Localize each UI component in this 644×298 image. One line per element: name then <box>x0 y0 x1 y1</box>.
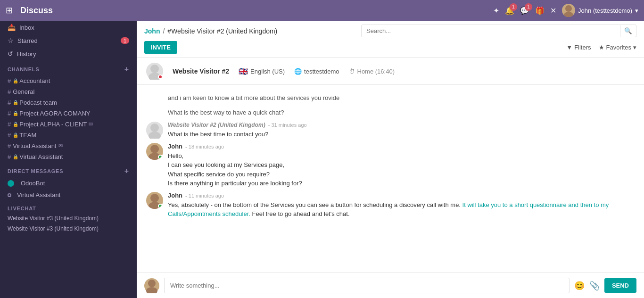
message-header-4: John - 18 minutes ago <box>168 143 635 150</box>
breadcrumb-separator: / <box>163 27 165 35</box>
action-filter-row: INVITE ▼ Filters ★ Favorites ▾ <box>137 41 644 58</box>
message-row-4: John - 18 minutes ago Hello, I can see y… <box>146 143 635 188</box>
message-author-4: John <box>168 143 182 150</box>
visitor-language-info: 🇬🇧 English (US) <box>239 67 285 76</box>
mail-icon: ✉ <box>89 121 93 127</box>
lock-icon: 🔒 <box>13 132 18 138</box>
close-icon[interactable]: ✕ <box>550 6 556 15</box>
favorites-label: Favorites <box>606 44 631 51</box>
visitor-name: Website Visitor #2 <box>173 67 229 75</box>
offline-dot <box>8 193 11 197</box>
channel-item-alpha[interactable]: # 🔒 Project ALPHA - CLIENT ✉ <box>0 119 137 130</box>
flag-icon: 🇬🇧 <box>239 67 248 76</box>
lock-icon: 🔒 <box>13 100 18 105</box>
invite-button[interactable]: INVITE <box>144 41 177 54</box>
livechat-item-label-1: Website Visitor #3 (United Kingdom) <box>8 215 99 222</box>
john-avatar-2 <box>146 192 163 209</box>
livechat-label: LIVECHAT <box>8 206 36 211</box>
star-icon[interactable]: ✦ <box>493 6 499 15</box>
content-area: John / #Website Visitor #2 (United Kingd… <box>137 21 644 298</box>
sidebar-item-inbox[interactable]: 📥 Inbox <box>0 21 137 34</box>
user-menu[interactable]: John (testtestdemo) ▾ <box>562 4 638 17</box>
visitor-home-time: ⏱ Home (16:40) <box>349 68 395 75</box>
sidebar-item-history[interactable]: ↺ History <box>0 47 137 60</box>
grid-icon[interactable]: ⊞ <box>6 5 13 16</box>
message-content-5: John - 11 minutes ago Yes, absolutely - … <box>168 192 635 219</box>
svg-point-4 <box>150 124 159 132</box>
message-time-4: - 18 minutes ago <box>185 144 224 149</box>
channel-item-team[interactable]: # 🔒 TEAM <box>0 130 137 141</box>
add-dm-button[interactable]: + <box>124 167 129 175</box>
visitor-status-dot <box>158 74 163 79</box>
message-row-3: Website Visitor #2 (United Kingdom) - 31… <box>146 122 635 139</box>
message-text-1: and i am keen to know a bit more about t… <box>168 94 339 101</box>
add-channel-button[interactable]: + <box>124 65 129 74</box>
online-status-dot <box>158 155 163 159</box>
channel-label-general: General <box>13 88 34 95</box>
app-title: Discuss <box>20 6 53 16</box>
svg-point-11 <box>146 287 157 293</box>
message-row-5: John - 11 minutes ago Yes, absolutely - … <box>146 192 635 219</box>
content-header: John / #Website Visitor #2 (United Kingd… <box>137 21 644 58</box>
dm-item-virtual-assistant[interactable]: Virtual Assistant <box>0 189 137 201</box>
gift-icon[interactable]: 🎁 <box>535 6 545 15</box>
navbar-actions: ✦ 🔔 1 💬 1 🎁 ✕ John (testtestdemo) ▾ <box>493 4 638 17</box>
compose-input[interactable] <box>164 278 570 293</box>
svg-point-6 <box>150 145 159 153</box>
user-name: John (testtestdemo) <box>578 7 632 14</box>
channel-item-virtual2[interactable]: # 🔒 Virtual Assistant <box>0 151 137 162</box>
breadcrumb: John / #Website Visitor #2 (United Kingd… <box>144 27 277 35</box>
dm-label-odoobot: OdooBot <box>21 180 45 187</box>
channels-section-header: CHANNELS + <box>0 60 137 75</box>
dm-label-virtual-assistant: Virtual Assistant <box>17 191 60 199</box>
navbar: ⊞ Discuss ✦ 🔔 1 💬 1 🎁 ✕ John (testtestde… <box>0 0 644 21</box>
visitor-language: English (US) <box>250 68 285 75</box>
livechat-item-1[interactable]: Website Visitor #3 (United Kingdom) <box>0 213 137 224</box>
channel-item-general[interactable]: # General <box>0 86 137 97</box>
attach-button[interactable]: 📎 <box>589 281 600 291</box>
visitor-home-time-label: Home (16:40) <box>357 68 395 75</box>
lock-icon: 🔒 <box>13 154 18 159</box>
sidebar-label-history: History <box>17 50 36 58</box>
message-row-2: What is the best way to have a quick cha… <box>168 109 635 116</box>
channel-item-agora[interactable]: # 🔒 Project AGORA COMANY <box>0 108 137 119</box>
emoji-button[interactable]: 😊 <box>574 281 585 291</box>
activity-icon[interactable]: 🔔 1 <box>505 6 514 15</box>
globe-icon: 🌐 <box>294 68 302 75</box>
channel-label-virtual2: Virtual Assistant <box>19 153 63 160</box>
search-input[interactable] <box>361 25 620 37</box>
filters-label: Filters <box>574 44 591 51</box>
channel-label-virtual1: Virtual Assistant <box>13 142 56 149</box>
svg-point-1 <box>564 12 573 17</box>
channels-label: CHANNELS <box>8 66 40 72</box>
breadcrumb-user[interactable]: John <box>144 27 160 35</box>
favorites-button[interactable]: ★ Favorites ▾ <box>599 44 636 51</box>
hash-icon: # <box>8 142 11 149</box>
channel-item-podcast[interactable]: # 🔒 Podcast team <box>0 97 137 108</box>
lock-icon: 🔒 <box>13 111 18 116</box>
sidebar-item-starred[interactable]: ☆ Starred 1 <box>0 34 137 47</box>
star-icon: ★ <box>599 44 604 51</box>
send-button[interactable]: SEND <box>604 278 636 293</box>
dm-item-odoobot[interactable]: ❤ OdooBot <box>0 177 137 189</box>
john-avatar-1 <box>146 143 163 160</box>
online-status-dot-2 <box>158 204 163 208</box>
channel-item-accountant[interactable]: # 🔒 Accountant <box>0 75 137 86</box>
user-dropdown-icon[interactable]: ▾ <box>635 7 638 14</box>
hash-icon: # <box>8 132 11 139</box>
search-button[interactable]: 🔍 <box>620 25 636 37</box>
sidebar-label-starred: Starred <box>17 37 38 44</box>
compose-avatar <box>144 278 159 293</box>
visitor-msg-avatar <box>146 122 163 139</box>
filters-button[interactable]: ▼ Filters <box>566 44 591 51</box>
chat-icon[interactable]: 💬 1 <box>520 6 529 15</box>
avatar <box>562 4 575 17</box>
message-author-3: Website Visitor #2 (United Kingdom) <box>168 122 265 128</box>
livechat-item-2[interactable]: Website Visitor #3 (United Kingdom) <box>0 224 137 234</box>
starred-badge: 1 <box>121 37 129 44</box>
livechat-item-label-2: Website Visitor #3 (United Kingdom) <box>8 225 99 232</box>
message-text-5: Yes, absolutely - on the bottom of the S… <box>168 200 635 219</box>
visitor-info-bar: Website Visitor #2 🇬🇧 English (US) 🌐 tes… <box>137 58 644 85</box>
svg-point-10 <box>148 280 156 287</box>
channel-item-virtual1[interactable]: # Virtual Assistant ✉ <box>0 141 137 151</box>
